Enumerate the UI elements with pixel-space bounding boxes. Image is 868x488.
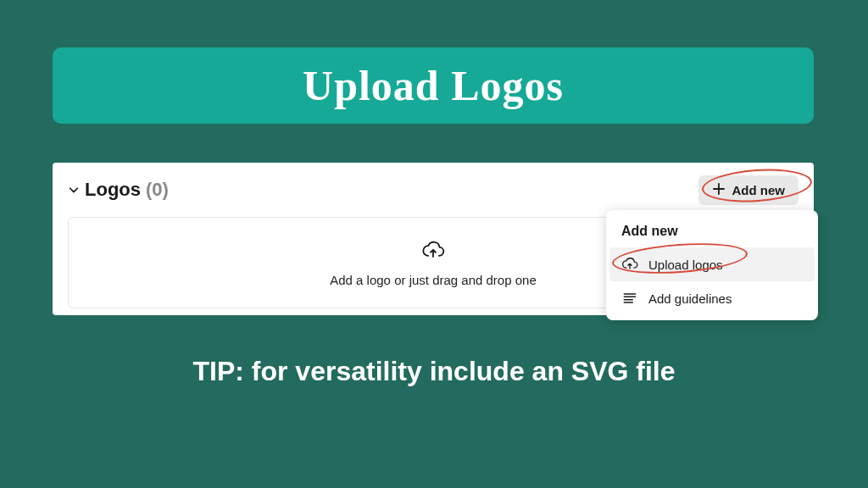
list-icon xyxy=(621,290,638,307)
tip-text: TIP: for versatility include an SVG file xyxy=(0,356,868,387)
panel-section-title: Logos xyxy=(85,179,141,201)
menu-item-label: Add guidelines xyxy=(648,291,732,306)
title-banner: Upload Logos xyxy=(53,47,814,124)
add-new-label: Add new xyxy=(732,183,786,197)
banner-title: Upload Logos xyxy=(303,61,564,110)
add-new-menu: Add new Upload logos Add guidelines xyxy=(606,210,818,320)
menu-item-label: Upload logos xyxy=(648,258,723,272)
panel-count: (0) xyxy=(146,179,169,201)
menu-item-add-guidelines[interactable]: Add guidelines xyxy=(609,281,815,315)
menu-title: Add new xyxy=(609,220,815,247)
upload-cloud-icon xyxy=(421,239,445,266)
chevron-down-icon xyxy=(68,184,80,196)
panel-header: Logos (0) Add new xyxy=(68,175,798,205)
add-new-button[interactable]: Add new xyxy=(698,175,799,205)
dropzone-text: Add a logo or just drag and drop one xyxy=(330,273,537,287)
plus-icon xyxy=(712,182,726,198)
panel-header-left[interactable]: Logos (0) xyxy=(68,179,169,201)
menu-item-upload-logos[interactable]: Upload logos xyxy=(609,247,815,281)
upload-cloud-icon xyxy=(621,256,638,273)
